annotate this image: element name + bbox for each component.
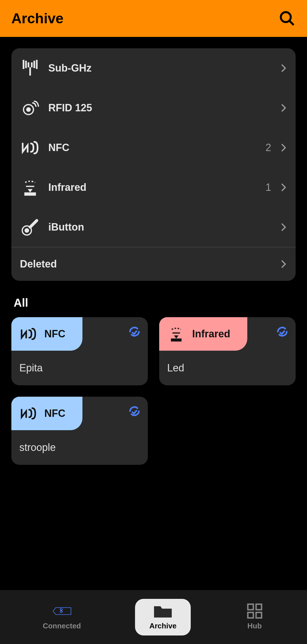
svg-rect-20 xyxy=(256,604,261,609)
card-tag: NFC xyxy=(11,317,82,351)
chevron-right-icon xyxy=(280,184,287,191)
svg-rect-4 xyxy=(31,62,33,68)
infrared-icon xyxy=(167,324,186,344)
card-tag: Infrared xyxy=(159,317,247,351)
infrared-icon xyxy=(20,177,40,198)
svg-rect-18 xyxy=(173,333,180,334)
folder-item-rfid[interactable]: RFID 125 xyxy=(11,88,296,128)
rfid-icon xyxy=(20,98,40,118)
search-icon xyxy=(279,11,295,26)
svg-point-15 xyxy=(25,229,29,232)
svg-marker-17 xyxy=(174,335,179,338)
svg-line-1 xyxy=(290,21,293,24)
folder-icon xyxy=(153,604,173,618)
folder-label: Deleted xyxy=(20,258,272,270)
folder-list: Sub-GHz RFID 125 xyxy=(11,48,296,281)
folder-item-deleted[interactable]: Deleted xyxy=(11,247,296,281)
sync-icon xyxy=(128,405,140,417)
svg-rect-7 xyxy=(23,60,24,69)
nav-hub[interactable]: Hub xyxy=(231,599,279,635)
folder-item-subghz[interactable]: Sub-GHz xyxy=(11,48,296,88)
svg-rect-21 xyxy=(248,612,253,618)
bottom-nav: Connected Archive Hub xyxy=(0,590,307,644)
svg-rect-6 xyxy=(34,61,35,68)
svg-point-10 xyxy=(27,108,30,111)
card-type-label: NFC xyxy=(44,407,65,419)
svg-rect-8 xyxy=(36,60,38,69)
folder-label: Infrared xyxy=(48,181,258,193)
content: Sub-GHz RFID 125 xyxy=(0,37,307,476)
card-type-label: Infrared xyxy=(192,328,230,340)
chevron-right-icon xyxy=(280,104,287,111)
nfc-icon xyxy=(19,324,38,344)
svg-rect-13 xyxy=(26,186,34,187)
svg-rect-2 xyxy=(29,67,31,76)
grid-icon xyxy=(245,604,264,618)
sync-icon xyxy=(128,326,140,338)
ibutton-icon xyxy=(20,217,40,237)
nav-label: Archive xyxy=(149,622,176,630)
card-name: Epita xyxy=(11,351,148,385)
search-button[interactable] xyxy=(279,10,296,27)
card-type-label: NFC xyxy=(44,328,65,340)
chevron-right-icon xyxy=(280,144,287,151)
svg-rect-22 xyxy=(256,612,261,618)
folder-item-infrared[interactable]: Infrared 1 xyxy=(11,168,296,207)
card-name: stroople xyxy=(11,430,148,465)
folder-label: NFC xyxy=(48,142,258,154)
subghz-icon xyxy=(20,58,40,78)
card-name: Led xyxy=(159,351,296,385)
nav-label: Connected xyxy=(43,622,81,630)
header: Archive xyxy=(0,0,307,37)
cards-grid: NFC Epita xyxy=(11,317,296,465)
folder-count: 1 xyxy=(265,181,271,193)
card-item[interactable]: Infrared Led xyxy=(159,317,296,385)
svg-rect-19 xyxy=(248,604,253,609)
svg-rect-3 xyxy=(28,62,29,68)
card-item[interactable]: NFC stroople xyxy=(11,397,148,465)
chevron-right-icon xyxy=(280,65,287,72)
folder-label: RFID 125 xyxy=(48,102,263,114)
nfc-icon xyxy=(20,137,40,158)
nav-connected[interactable]: Connected xyxy=(28,599,95,635)
folder-label: iButton xyxy=(48,221,263,233)
folder-item-ibutton[interactable]: iButton xyxy=(11,207,296,247)
sync-icon xyxy=(276,326,288,338)
svg-rect-16 xyxy=(171,338,181,342)
chevron-right-icon xyxy=(280,261,287,267)
folder-count: 2 xyxy=(265,142,271,154)
nav-label: Hub xyxy=(247,622,262,630)
bluetooth-icon xyxy=(52,604,72,618)
folder-label: Sub-GHz xyxy=(48,62,263,74)
svg-rect-11 xyxy=(24,193,36,196)
section-title: All xyxy=(14,296,296,309)
nav-archive[interactable]: Archive xyxy=(135,599,190,635)
svg-marker-12 xyxy=(28,189,33,193)
nfc-icon xyxy=(19,404,38,423)
chevron-right-icon xyxy=(280,224,287,231)
card-tag: NFC xyxy=(11,397,82,430)
card-item[interactable]: NFC Epita xyxy=(11,317,148,385)
page-title: Archive xyxy=(11,10,63,27)
folder-item-nfc[interactable]: NFC 2 xyxy=(11,128,296,168)
svg-rect-5 xyxy=(25,61,27,68)
